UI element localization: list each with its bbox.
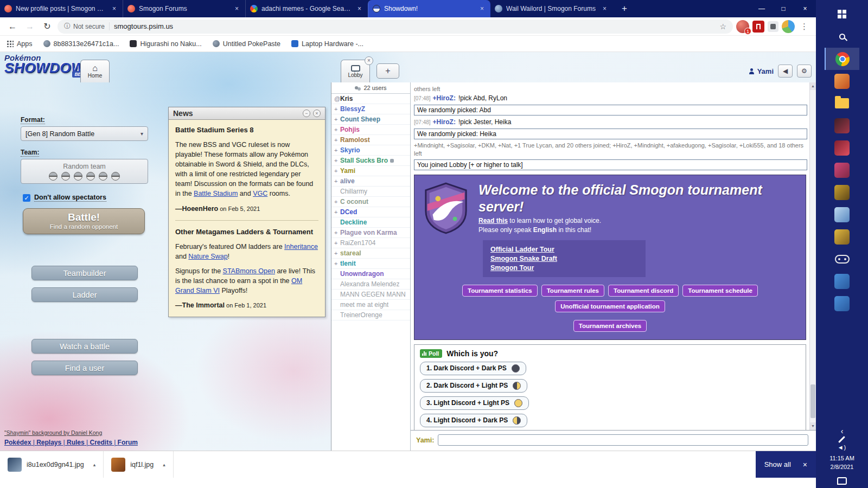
unofficial-tournament-application-button[interactable]: Unofficial tournament application <box>555 300 665 312</box>
nature-swap-link[interactable]: Nature Swap <box>188 253 227 260</box>
taskbar-app[interactable] <box>825 114 859 137</box>
minimize-news-icon[interactable]: − <box>303 110 310 117</box>
userlist-row[interactable]: Alexandra Melendez <box>331 279 410 290</box>
close-downloads-icon[interactable]: × <box>803 460 807 469</box>
userlist-row[interactable]: Unowndragon <box>331 269 410 279</box>
poll-option-3[interactable]: 3. Light Discord + Light PS <box>420 396 529 410</box>
poll-option-4[interactable]: 4. Light Discord + Dark PS <box>420 414 527 427</box>
close-window-button[interactable]: × <box>794 0 816 17</box>
pen-icon[interactable] <box>839 436 846 443</box>
browser-tab-smogon-profile[interactable]: New profile posts | Smogon Foru × <box>0 0 123 17</box>
ladder-button[interactable]: Ladder <box>31 287 138 302</box>
userlist-row[interactable]: MANN GEGEN MANN <box>331 290 410 300</box>
taskbar-app[interactable] <box>825 270 859 292</box>
maximize-button[interactable]: □ <box>773 0 794 17</box>
sound-button[interactable]: ◀ <box>778 65 793 78</box>
browser-tab-smogon-forums[interactable]: Smogon Forums × <box>123 0 245 17</box>
userlist-row[interactable]: +Yami <box>331 166 410 176</box>
download-item[interactable]: i8u1ex0d9gn41.jpg ▴ <box>0 451 104 478</box>
userlist-row[interactable]: +Skyrio <box>331 145 410 156</box>
browser-profile-icon[interactable] <box>782 20 795 33</box>
taskbar-app[interactable] <box>825 181 859 203</box>
userlist-row[interactable]: @Kris <box>331 94 410 104</box>
tab-lobby[interactable]: Lobby × <box>341 60 370 82</box>
taskbar-clock[interactable]: 11:15 AM 2/8/2021 <box>829 454 854 471</box>
smogon-snake-draft-link[interactable]: Smogon Snake Draft <box>490 255 638 262</box>
battle-button[interactable]: Battle! Find a random opponent <box>23 208 145 234</box>
profile-avatar[interactable]: 1 <box>736 20 749 33</box>
add-room-button[interactable]: + <box>376 63 399 79</box>
bookmark-star-icon[interactable]: ☆ <box>719 22 726 31</box>
taskbar-game-app[interactable] <box>825 248 859 270</box>
tournament-discord-button[interactable]: Tournament discord <box>608 285 679 297</box>
show-hidden-icons-chevron[interactable]: ‹ <box>841 427 844 435</box>
tournament-schedule-button[interactable]: Tournament schedule <box>682 285 758 297</box>
official-ladder-tour-link[interactable]: Official Ladder Tour <box>490 246 638 253</box>
userlist-row[interactable]: +Plague von Karma <box>331 228 410 238</box>
taskbar-app[interactable] <box>825 70 859 92</box>
taskbar-app[interactable] <box>825 203 859 226</box>
volume-icon[interactable]: ◄) <box>838 444 847 451</box>
inheritance-link[interactable]: Inheritance <box>284 243 318 251</box>
browser-tab-google-search[interactable]: adachi memes - Google Search × <box>245 0 368 17</box>
tab-home[interactable]: ⌂ Home <box>80 60 110 82</box>
start-button[interactable] <box>825 3 859 25</box>
browser-tab-wail-wailord[interactable]: Wail Wailord | Smogon Forums × <box>490 0 613 17</box>
battle-stadium-link[interactable]: Battle Stadium <box>194 190 238 197</box>
chat-scrollbar[interactable]: ▲ ▼ <box>809 82 816 430</box>
find-user-button[interactable]: Find a user <box>31 361 138 375</box>
message-username[interactable]: +HiroZ: <box>433 94 456 102</box>
userlist-row[interactable]: +tlenit <box>331 259 410 269</box>
stabmons-open-link[interactable]: STABmons Open <box>223 267 275 275</box>
pokedex-link[interactable]: Pokédex <box>4 439 36 446</box>
back-button[interactable]: ← <box>5 22 20 31</box>
tab-close-icon[interactable]: × <box>601 5 609 13</box>
logged-in-user[interactable]: Yami <box>749 67 774 75</box>
vgc-link[interactable]: VGC <box>253 190 267 197</box>
userlist-row[interactable]: +alive <box>331 176 410 187</box>
taskbar-app[interactable] <box>825 159 859 181</box>
scroll-up-icon[interactable]: ▲ <box>810 82 816 90</box>
bookmark-item[interactable]: Laptop Hardware -... <box>291 40 363 48</box>
refresh-button[interactable]: ↻ <box>40 21 54 31</box>
checkbox-checked-icon[interactable]: ✓ <box>23 194 30 202</box>
team-select[interactable]: Random team <box>21 159 148 184</box>
rules-link[interactable]: Rules <box>67 439 90 446</box>
extensions-icon[interactable] <box>768 21 778 32</box>
userlist-row[interactable]: +C oconut <box>331 197 410 207</box>
tab-close-icon[interactable]: × <box>110 5 118 13</box>
minimize-button[interactable]: — <box>751 0 773 17</box>
userlist-row[interactable]: +Pohjis <box>331 125 410 135</box>
taskbar-search[interactable] <box>825 25 859 48</box>
download-item[interactable]: iqf1l.jpg ▴ <box>104 451 174 478</box>
userlist-row[interactable]: +DCed <box>331 207 410 217</box>
taskbar-file-explorer[interactable] <box>825 92 859 114</box>
site-security-info[interactable]: ⓘ Not secure <box>64 22 105 31</box>
chevron-up-icon[interactable]: ▴ <box>93 462 96 467</box>
show-all-button[interactable]: Show all <box>764 460 791 468</box>
browser-menu-icon[interactable]: ⋮ <box>798 22 810 31</box>
credits-link[interactable]: Credits <box>90 439 117 446</box>
tournament-rules-button[interactable]: Tournament rules <box>541 285 604 297</box>
settings-button[interactable]: ⚙ <box>797 65 812 78</box>
scroll-down-icon[interactable]: ▼ <box>810 422 816 430</box>
forward-button[interactable]: → <box>23 22 37 31</box>
close-room-icon[interactable]: × <box>365 56 373 65</box>
userlist-header[interactable]: 22 users <box>331 82 410 94</box>
new-tab-button[interactable]: + <box>616 2 633 16</box>
close-news-icon[interactable]: × <box>313 110 321 117</box>
userlist-row[interactable]: +Count Sheep <box>331 114 410 125</box>
bookmark-item[interactable]: 8b88313e26471c1a... <box>43 40 119 48</box>
bookmark-item[interactable]: Untitled PokePaste <box>213 40 280 48</box>
poll-option-2[interactable]: 2. Dark Discord + Light PS <box>420 379 527 393</box>
userlist-row[interactable]: +RaiZen1704 <box>331 238 410 248</box>
userlist-row[interactable]: +stareal <box>331 248 410 259</box>
poll-option-1[interactable]: 1. Dark Discord + Dark PS <box>420 362 526 375</box>
userlist-row[interactable]: +Ramolost <box>331 135 410 145</box>
tab-close-icon[interactable]: × <box>355 5 363 13</box>
taskbar-app[interactable] <box>825 226 859 248</box>
format-select[interactable]: [Gen 8] Random Battle ▾ <box>21 126 148 141</box>
forum-link[interactable]: Forum <box>118 439 138 446</box>
userlist-row[interactable]: Chillarmy <box>331 187 410 197</box>
taskbar-app[interactable] <box>825 292 859 314</box>
